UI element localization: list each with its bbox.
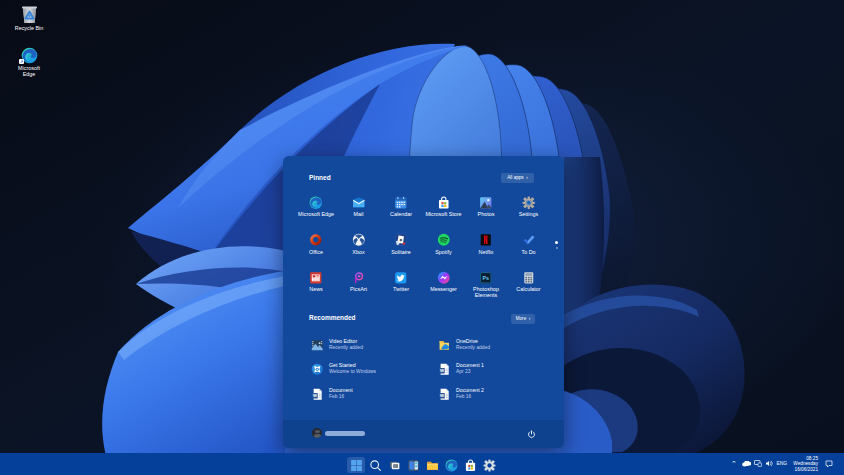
svg-text:W: W: [313, 393, 317, 398]
svg-text:W: W: [440, 393, 444, 398]
svg-text:Ps: Ps: [483, 274, 490, 280]
svg-text:W: W: [440, 368, 444, 373]
